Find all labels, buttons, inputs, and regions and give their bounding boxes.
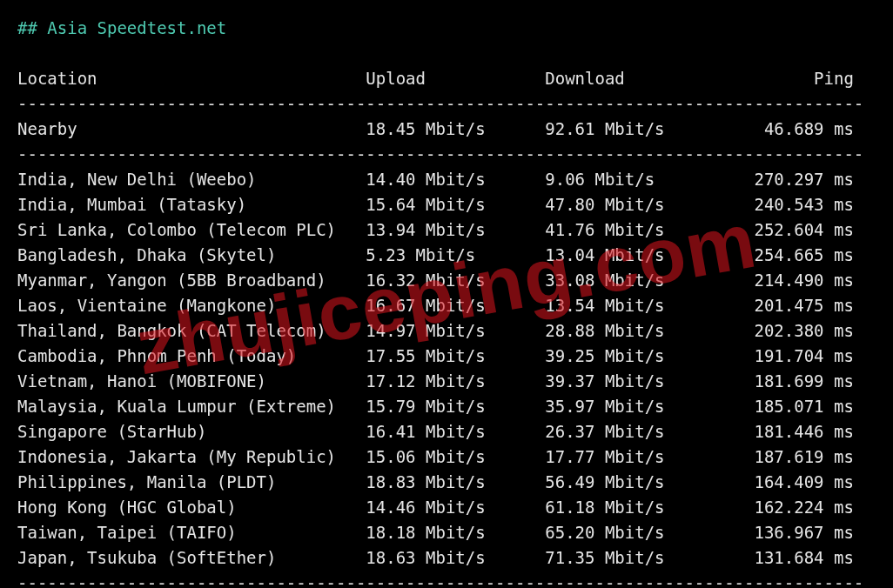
terminal-output: ## Asia Speedtest.net Location Upload Do… — [0, 0, 893, 588]
section-title: ## Asia Speedtest.net — [17, 18, 226, 37]
divider: ----------------------------------------… — [17, 94, 863, 113]
divider: ----------------------------------------… — [17, 573, 863, 588]
header-row: Location Upload Download Ping — [17, 69, 854, 88]
nearby-row: Nearby 18.45 Mbit/s 92.61 Mbit/s 46.689 … — [17, 119, 854, 138]
divider: ----------------------------------------… — [17, 144, 863, 164]
data-rows: India, New Delhi (Weebo) 14.40 Mbit/s 9.… — [17, 170, 854, 567]
